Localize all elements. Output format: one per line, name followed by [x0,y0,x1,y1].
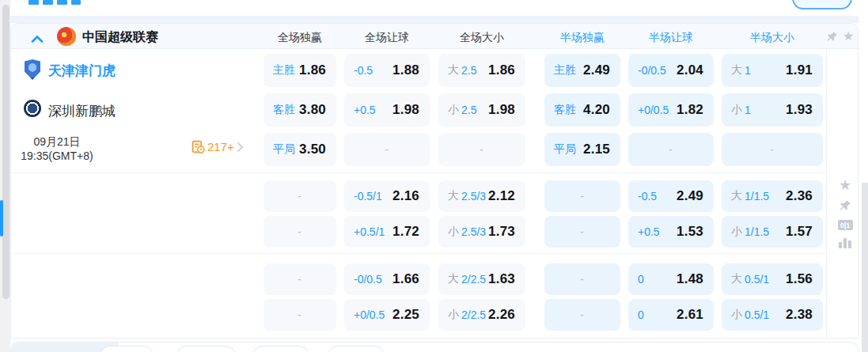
odds-label: 主胜 [273,63,295,78]
left-scrollbar-thumb[interactable] [2,5,9,299]
pin-icon[interactable] [826,31,838,43]
empty-dash: - [554,308,610,321]
empty-dash: - [554,225,610,238]
favorite-star-icon[interactable]: ★ [843,30,854,43]
odds-value: 1.57 [786,224,813,240]
odds-cell[interactable]: -0/0.51.66 [344,263,430,295]
odds-cell-empty: - [263,299,336,331]
odds-label: 主胜 [554,63,576,78]
odds-value: 3.50 [299,142,326,157]
empty-dash: - [638,143,703,156]
odds-cell[interactable]: +0/0.52.25 [344,299,430,331]
odds-block-alt2: --0/0.51.66大2/2.51.63-01.48大0.5/11.56-+0… [11,263,826,335]
column-header: 半场大小 [722,31,823,45]
odds-label: -0/0.5 [354,273,382,286]
odds-label: 小0.5/1 [731,308,769,322]
odds-cell[interactable]: 小2.51.98 [438,93,525,127]
odds-cell[interactable]: 大2/2.51.63 [438,263,525,295]
odds-value: 2.49 [677,188,703,204]
odds-cell[interactable]: 小0.5/12.38 [722,299,823,331]
odds-cell[interactable]: 01.48 [628,263,714,295]
stats-chart-icon[interactable] [839,238,851,248]
odds-cell[interactable]: 大2.51.86 [438,54,525,87]
empty-dash: - [273,190,326,202]
odds-cell[interactable]: 主胜1.86 [263,54,336,87]
odds-label: -0/0.5 [638,64,666,77]
odds-cell[interactable]: +0.51.98 [344,93,430,127]
pin-icon[interactable] [839,199,851,212]
odds-label: 0 [638,308,644,321]
odds-cell[interactable]: 主胜2.49 [544,54,620,87]
next-match-card-clipped [10,342,859,352]
odds-cell[interactable]: 大11.91 [722,54,823,87]
odds-value: 1.86 [488,62,515,78]
odds-cell[interactable]: 大1/1.52.36 [722,180,823,212]
odds-cell[interactable]: 大2.5/32.12 [438,180,525,212]
odds-cell[interactable]: 小2/2.52.26 [438,299,525,331]
odds-cell-empty: - [722,133,823,166]
odds-value: 2.36 [786,188,813,204]
odds-cell[interactable]: +0.5/11.72 [344,216,430,248]
right-scrollbar-strip[interactable] [862,183,868,352]
odds-value: 2.38 [786,307,813,323]
card-gap [10,16,859,23]
odds-row: --0.5/12.16大2.5/32.12--0.52.49大1/1.52.36 [11,180,826,212]
odds-cell-empty: - [544,216,620,248]
odds-label: 客胜 [554,103,576,117]
collapse-chevron-up-icon[interactable] [31,32,44,47]
odds-cell[interactable]: -0.52.49 [628,180,714,212]
odds-label: 0 [638,273,644,286]
odds-value: 3.80 [299,102,326,118]
odds-cell[interactable]: 客胜4.20 [544,93,620,127]
block-separator [11,172,826,173]
clipped-pill-button[interactable] [100,346,154,352]
odds-cell[interactable]: 小11.93 [722,93,823,127]
odds-label: 小1 [731,103,751,117]
column-header: 全场让球 [344,31,430,45]
odds-block-alt1: --0.5/12.16大2.5/32.12--0.52.49大1/1.52.36… [11,180,826,252]
odds-label: -0.5/1 [354,190,382,202]
odds-cell[interactable]: -0/0.52.04 [628,54,714,87]
odds-cell[interactable]: 02.61 [628,299,714,331]
empty-dash: - [731,143,813,156]
odds-value: 1.63 [488,271,515,287]
odds-label: 大2/2.5 [448,272,486,286]
odds-value: 1.66 [392,271,419,287]
odds-value: 1.91 [786,62,813,78]
odds-cell-empty: - [438,133,525,166]
score-board-icon[interactable]: 0|1 [838,220,853,230]
left-scrollbar-track[interactable] [0,0,10,352]
odds-label: +0.5 [638,225,660,238]
odds-value: 1.98 [392,102,419,118]
odds-cell[interactable]: +0.51.53 [628,216,714,248]
odds-cell[interactable]: 小1/1.51.57 [722,216,823,248]
odds-value: 2.25 [392,307,419,323]
odds-cell[interactable]: -0.5/12.16 [344,180,430,212]
odds-cell[interactable]: 客胜3.80 [263,93,336,127]
clipped-pill-button[interactable] [328,346,385,352]
odds-cell[interactable]: 大0.5/11.56 [722,263,823,295]
odds-label: 大0.5/1 [731,272,769,286]
odds-value: 4.20 [583,102,610,118]
odds-cell[interactable]: 小2.5/31.73 [438,216,525,248]
column-header: 全场大小 [438,31,525,45]
odds-cell[interactable]: 平局3.50 [263,133,336,166]
league-card: 中国超级联赛 全场独赢全场让球全场大小半场独赢半场让球半场大小 ★ 天津津门虎 … [10,23,859,339]
odds-label: 大2.5 [448,63,476,78]
odds-cell[interactable]: -0.51.88 [344,54,430,87]
odds-cell-empty: - [544,180,620,212]
clipped-pill-button[interactable] [252,346,309,352]
odds-cell[interactable]: +0/0.51.82 [628,93,714,127]
odds-cell-empty: - [263,180,336,212]
odds-cell[interactable]: 平局2.15 [544,133,620,166]
clipped-tab-text-fragment [71,0,81,5]
odds-label: -0.5 [354,64,373,77]
odds-cell-empty: - [263,263,336,295]
favorite-star-icon[interactable]: ★ [839,179,851,191]
odds-value: 1.56 [786,271,813,287]
odds-row: 主胜1.86-0.51.88大2.51.86主胜2.49-0/0.52.04大1… [11,54,826,87]
odds-value: 2.61 [677,307,703,323]
odds-value: 2.26 [488,307,515,323]
clipped-pill-button[interactable] [176,346,236,352]
clipped-filter-button[interactable] [792,0,852,9]
